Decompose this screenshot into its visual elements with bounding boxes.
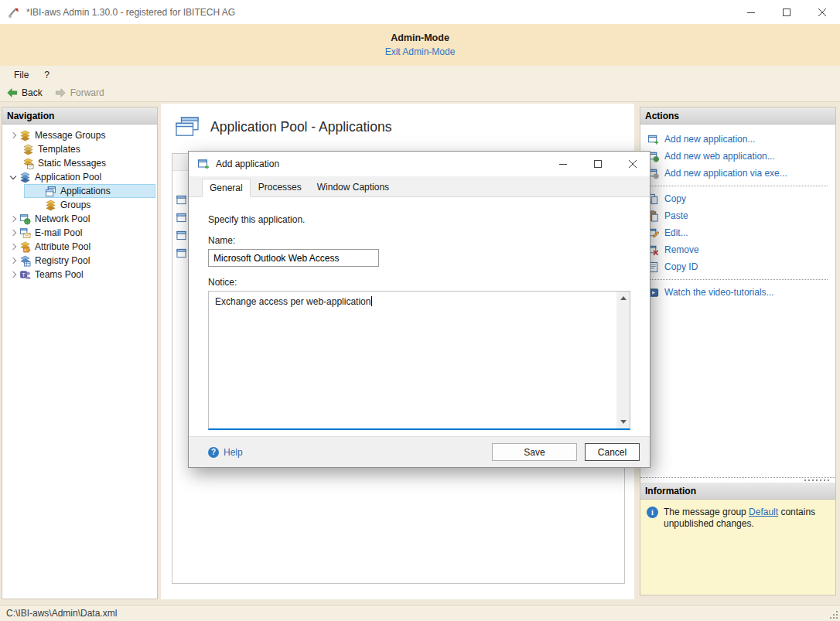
- exit-admin-mode-link[interactable]: Exit Admin-Mode: [385, 46, 456, 57]
- scroll-up-arrow-icon[interactable]: [620, 296, 627, 300]
- close-button[interactable]: [804, 0, 840, 24]
- notice-textarea[interactable]: Exchange access per web-application: [208, 291, 630, 430]
- chevron-right-icon[interactable]: [9, 243, 19, 251]
- applications-icon: [45, 186, 56, 197]
- menu-file[interactable]: File: [6, 67, 36, 84]
- action-label: Add new application via exe...: [664, 168, 787, 179]
- information-message: The message group Default contains unpub…: [664, 507, 829, 530]
- tab-general[interactable]: General: [202, 179, 251, 197]
- resize-grip[interactable]: [828, 609, 838, 619]
- teams-pool-icon: T: [19, 269, 31, 281]
- dialog-maximize-button[interactable]: [580, 152, 615, 176]
- actions-header: Actions: [640, 107, 835, 125]
- dialog-titlebar: Add application: [189, 152, 650, 176]
- chevron-right-icon[interactable]: [9, 257, 19, 264]
- page-title: Application Pool - Applications: [210, 119, 391, 135]
- cancel-button[interactable]: Cancel: [585, 443, 640, 461]
- applications-heading-icon: [175, 116, 200, 138]
- actions-separator: [648, 279, 828, 280]
- actions-panel: Add new application... Add new web appli…: [640, 125, 835, 477]
- tab-window-captions[interactable]: Window Captions: [309, 178, 397, 196]
- scroll-down-arrow-icon[interactable]: [620, 420, 627, 424]
- name-input[interactable]: [208, 249, 379, 267]
- nav-item-label: E-mail Pool: [35, 226, 82, 240]
- admin-mode-title: Admin-Mode: [0, 24, 840, 43]
- svg-text:T: T: [22, 271, 26, 278]
- nav-item-label: Application Pool: [35, 170, 101, 184]
- dialog-close-button[interactable]: [615, 152, 650, 176]
- back-arrow-icon: [6, 87, 18, 98]
- action-copy-id[interactable]: Copy ID: [647, 258, 835, 275]
- registry-pool-icon: [19, 255, 31, 267]
- forward-button[interactable]: Forward: [49, 86, 111, 100]
- nav-item-groups[interactable]: Groups: [2, 198, 157, 212]
- add-application-dialog: Add application General Processes Window…: [188, 151, 650, 468]
- tab-processes[interactable]: Processes: [251, 178, 309, 196]
- nav-item-email-pool[interactable]: E-mail Pool: [2, 226, 157, 240]
- save-button[interactable]: Save: [492, 443, 577, 461]
- nav-item-network-pool[interactable]: Network Pool: [2, 212, 157, 226]
- action-label: Copy ID: [664, 261, 698, 272]
- nav-item-registry-pool[interactable]: Registry Pool: [2, 254, 157, 268]
- dialog-tab-strip: General Processes Window Captions: [189, 176, 650, 197]
- application-window-icon: [176, 230, 186, 241]
- nav-item-label: Templates: [38, 142, 80, 156]
- nav-item-message-groups[interactable]: Message Groups: [2, 128, 157, 142]
- application-window-icon: [176, 195, 186, 205]
- application-pool-icon: [19, 172, 31, 183]
- nav-item-application-pool[interactable]: Application Pool: [2, 170, 157, 184]
- minimize-button[interactable]: [733, 0, 769, 24]
- nav-item-attribute-pool[interactable]: Attribute Pool: [2, 240, 157, 254]
- menu-help[interactable]: ?: [36, 67, 57, 84]
- add-application-icon: [647, 134, 659, 145]
- nav-item-applications[interactable]: Applications: [24, 184, 155, 198]
- action-label: Remove: [664, 244, 699, 255]
- chevron-right-icon[interactable]: [9, 131, 19, 139]
- dialog-instruction: Specify this application.: [208, 214, 630, 225]
- message-groups-icon: [19, 130, 31, 142]
- nav-item-label: Registry Pool: [35, 254, 90, 268]
- nav-item-label: Attribute Pool: [35, 240, 90, 254]
- attribute-pool-icon: [19, 241, 31, 253]
- notice-text: Exchange access per web-application: [215, 296, 370, 307]
- action-remove[interactable]: Remove: [647, 241, 835, 258]
- text-caret: [371, 296, 372, 306]
- chevron-right-icon[interactable]: [9, 229, 19, 237]
- nav-item-label: Applications: [60, 184, 111, 198]
- action-add-new-application[interactable]: Add new application...: [647, 131, 835, 148]
- groups-icon: [45, 200, 56, 211]
- nav-item-label: Groups: [60, 198, 90, 212]
- chevron-down-icon[interactable]: [9, 173, 19, 181]
- action-copy[interactable]: Copy: [647, 190, 835, 207]
- action-paste[interactable]: Paste: [647, 207, 835, 224]
- help-link[interactable]: Help: [208, 447, 243, 458]
- static-messages-icon: [22, 158, 34, 169]
- panel-splitter[interactable]: [640, 477, 835, 483]
- menu-bar: File ?: [0, 66, 840, 84]
- notice-label: Notice:: [208, 277, 630, 288]
- nav-item-static-messages[interactable]: Static Messages: [2, 156, 157, 170]
- default-message-group-link[interactable]: Default: [749, 507, 778, 517]
- notice-scrollbar[interactable]: [616, 292, 630, 428]
- actions-separator: [648, 186, 828, 186]
- forward-label: Forward: [70, 87, 104, 98]
- dialog-minimize-button[interactable]: [545, 152, 580, 176]
- nav-item-templates[interactable]: Templates: [2, 142, 157, 156]
- nav-item-label: Static Messages: [38, 156, 106, 170]
- action-label: Add new web application...: [664, 151, 775, 162]
- action-watch-video-tutorials[interactable]: Watch the video-tutorials...: [647, 284, 835, 301]
- action-label: Copy: [664, 193, 686, 204]
- chevron-right-icon[interactable]: [9, 271, 19, 278]
- admin-mode-banner: Admin-Mode Exit Admin-Mode: [0, 24, 840, 66]
- action-add-new-application-via-exe[interactable]: Add new application via exe...: [647, 165, 835, 182]
- nav-item-teams-pool[interactable]: T Teams Pool: [2, 268, 157, 281]
- email-pool-icon: [19, 227, 31, 239]
- back-button[interactable]: Back: [0, 86, 49, 100]
- information-panel: The message group Default contains unpub…: [640, 500, 835, 595]
- action-add-new-web-application[interactable]: Add new web application...: [647, 148, 835, 165]
- window-titlebar: *IBI-aws Admin 1.30.0 - registered for I…: [0, 0, 840, 24]
- chevron-right-icon[interactable]: [9, 215, 19, 223]
- action-label: Watch the video-tutorials...: [664, 287, 774, 298]
- maximize-button[interactable]: [769, 0, 804, 24]
- action-edit[interactable]: Edit...: [647, 224, 835, 241]
